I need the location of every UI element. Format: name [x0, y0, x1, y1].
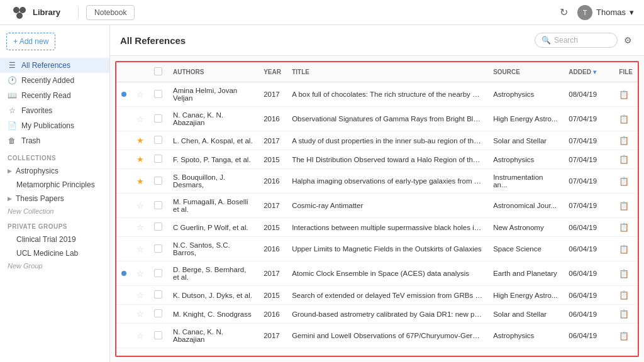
row-checkbox[interactable] [154, 309, 162, 317]
star-cell[interactable]: ☆ [131, 82, 149, 107]
star-icon[interactable]: ☆ [136, 201, 144, 211]
check-cell[interactable] [149, 324, 168, 348]
add-new-button[interactable]: + Add new [6, 33, 55, 50]
row-checkbox[interactable] [154, 201, 162, 209]
row-checkbox[interactable] [154, 290, 162, 299]
sidebar-item-recently-read[interactable]: 📖 Recently Read [0, 88, 109, 103]
star-cell[interactable]: ☆ [131, 237, 149, 261]
star-cell[interactable]: ★ [131, 150, 149, 169]
star-cell[interactable]: ☆ [131, 324, 149, 348]
collections-section-title: COLLECTIONS [0, 148, 109, 164]
file-cell[interactable]: 📋 [614, 218, 638, 237]
star-icon[interactable]: ☆ [136, 90, 144, 99]
check-cell[interactable] [149, 305, 168, 324]
row-checkbox[interactable] [154, 244, 162, 253]
file-icon[interactable]: 📋 [619, 90, 629, 99]
row-checkbox[interactable] [154, 155, 162, 163]
notebook-tab[interactable]: Notebook [86, 5, 135, 20]
file-cell[interactable]: 📋 [614, 82, 638, 107]
file-icon[interactable]: 📋 [619, 244, 629, 254]
refresh-button[interactable]: ↻ [557, 6, 570, 19]
star-cell[interactable]: ☆ [131, 218, 149, 237]
star-cell[interactable]: ☆ [131, 261, 149, 286]
star-cell[interactable]: ★ [131, 131, 149, 150]
file-icon[interactable]: 📋 [619, 290, 629, 300]
file-cell[interactable]: 📋 [614, 286, 638, 305]
sidebar-group-ucl-medicine[interactable]: UCL Medicine Lab [0, 246, 109, 260]
check-cell[interactable] [149, 218, 168, 237]
sidebar-item-all-references[interactable]: ☰ All References [0, 58, 109, 73]
row-checkbox[interactable] [154, 269, 162, 277]
filter-icon[interactable]: ⚙ [621, 34, 634, 47]
row-checkbox[interactable] [154, 222, 162, 231]
star-cell[interactable]: ☆ [131, 286, 149, 305]
file-cell[interactable]: 📋 [614, 324, 638, 348]
star-cell[interactable]: ☆ [131, 107, 149, 131]
file-icon[interactable]: 📋 [619, 309, 629, 319]
file-icon[interactable]: 📋 [619, 222, 629, 232]
file-cell[interactable]: 📋 [614, 305, 638, 324]
file-icon[interactable]: 📋 [619, 136, 629, 145]
star-icon[interactable]: ★ [136, 136, 144, 145]
sidebar-collection-metamorphic[interactable]: Metamorphic Principles [0, 178, 109, 192]
user-menu[interactable]: T Thomas ▾ [577, 5, 634, 20]
file-icon[interactable]: 📋 [619, 201, 629, 211]
check-cell[interactable] [149, 194, 168, 218]
file-cell[interactable]: 📋 [614, 261, 638, 286]
col-header-source[interactable]: SOURCE [488, 62, 564, 82]
col-header-authors[interactable]: AUTHORS [168, 62, 258, 82]
star-icon[interactable]: ☆ [136, 244, 144, 254]
star-icon[interactable]: ☆ [136, 331, 144, 341]
star-icon[interactable]: ★ [136, 155, 144, 164]
check-cell[interactable] [149, 107, 168, 131]
check-cell[interactable] [149, 286, 168, 305]
select-all-checkbox[interactable] [154, 67, 162, 75]
star-icon[interactable]: ★ [136, 177, 144, 186]
header-right: ↻ T Thomas ▾ [557, 5, 634, 20]
sidebar-item-recently-added[interactable]: 🕐 Recently Added [0, 73, 109, 88]
file-cell[interactable]: 📋 [614, 169, 638, 194]
star-icon[interactable]: ☆ [136, 222, 144, 232]
file-icon[interactable]: 📋 [619, 177, 629, 186]
sidebar-collection-astrophysics[interactable]: ▶ Astrophysics [0, 164, 109, 178]
col-header-file[interactable]: FILE [614, 62, 638, 82]
check-cell[interactable] [149, 169, 168, 194]
row-checkbox[interactable] [154, 136, 162, 144]
sidebar-item-trash[interactable]: 🗑 Trash [0, 133, 109, 148]
check-cell[interactable] [149, 131, 168, 150]
col-header-added[interactable]: ADDED ▾ [564, 62, 614, 82]
file-icon[interactable]: 📋 [619, 269, 629, 278]
star-cell[interactable]: ★ [131, 169, 149, 194]
star-icon[interactable]: ☆ [136, 114, 144, 124]
sidebar-collection-thesis[interactable]: ▶ Thesis Papers [0, 192, 109, 206]
row-checkbox[interactable] [154, 90, 162, 98]
row-checkbox[interactable] [154, 331, 162, 339]
sidebar-group-clinical-trial[interactable]: Clinical Trial 2019 [0, 233, 109, 246]
col-header-year[interactable]: YEAR [258, 62, 287, 82]
star-cell[interactable]: ☆ [131, 194, 149, 218]
row-checkbox[interactable] [154, 177, 162, 185]
file-icon[interactable]: 📋 [619, 155, 629, 164]
star-cell[interactable]: ☆ [131, 305, 149, 324]
col-header-title[interactable]: TITLE [287, 62, 488, 82]
file-cell[interactable]: 📋 [614, 131, 638, 150]
check-cell[interactable] [149, 237, 168, 261]
file-icon[interactable]: 📋 [619, 331, 629, 341]
file-cell[interactable]: 📋 [614, 107, 638, 131]
check-cell[interactable] [149, 82, 168, 107]
file-cell[interactable]: 📋 [614, 194, 638, 218]
sidebar-item-favorites[interactable]: ☆ Favorites [0, 103, 109, 118]
file-icon[interactable]: 📋 [619, 114, 629, 124]
check-cell[interactable] [149, 150, 168, 169]
new-collection-link[interactable]: New Collection [0, 206, 109, 217]
row-checkbox[interactable] [154, 114, 162, 123]
file-cell[interactable]: 📋 [614, 150, 638, 169]
file-cell[interactable]: 📋 [614, 237, 638, 261]
check-cell[interactable] [149, 261, 168, 286]
new-group-link[interactable]: New Group [0, 260, 109, 272]
star-icon[interactable]: ☆ [136, 269, 144, 278]
star-icon[interactable]: ☆ [136, 290, 144, 300]
sidebar-item-my-publications[interactable]: 📄 My Publications [0, 118, 109, 133]
star-icon[interactable]: ☆ [136, 309, 144, 319]
search-input[interactable] [554, 36, 611, 45]
